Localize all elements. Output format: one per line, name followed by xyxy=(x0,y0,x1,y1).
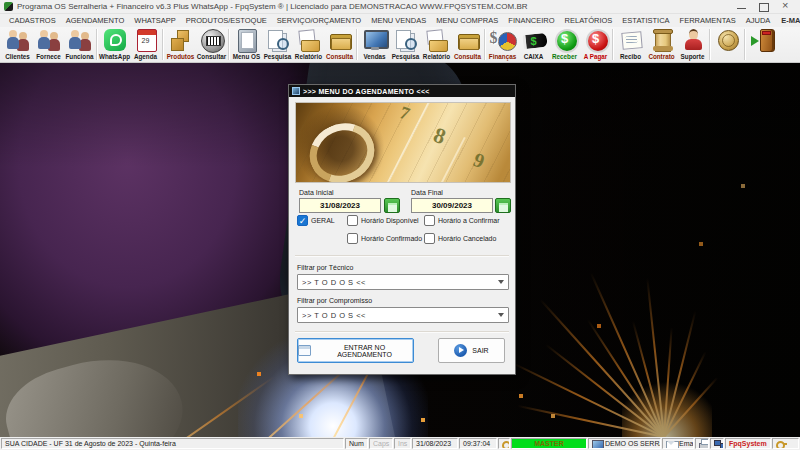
monitor-icon xyxy=(361,28,389,53)
menu-ferramentas[interactable]: FERRAMENTAS xyxy=(675,16,741,25)
toolbar-button-produtos[interactable]: Produtos xyxy=(165,27,196,62)
checkbox-geral[interactable]: GERAL xyxy=(297,215,335,226)
search-docs-icon xyxy=(392,28,420,53)
status-email[interactable]: Email xyxy=(662,438,694,449)
title-bar[interactable]: Programa OS Serralheria + Financeiro v6.… xyxy=(0,0,800,14)
toolbar-button-relatorio-os[interactable]: Relatório xyxy=(293,27,324,62)
menu-servico-orcamento[interactable]: SERVIÇO/ORÇAMENTO xyxy=(272,16,366,25)
checkbox-horario-cancelado[interactable]: Horário Cancelado xyxy=(424,233,496,244)
window-glyph-icon xyxy=(298,345,311,356)
divider xyxy=(295,255,509,257)
data-inicial-label: Data Inicial xyxy=(299,189,334,196)
data-inicial-input[interactable] xyxy=(299,198,381,213)
support-person-icon xyxy=(679,28,707,53)
checkbox-icon xyxy=(347,233,358,244)
menu-cadastros[interactable]: CADASTROS xyxy=(4,16,61,25)
status-printer[interactable] xyxy=(695,438,709,449)
toolbar-button-relatorio-vendas[interactable]: Relatório xyxy=(421,27,452,62)
menu-vendas[interactable]: MENU VENDAS xyxy=(366,16,431,25)
arrow-circle-icon xyxy=(454,344,467,357)
toolbar-button-whatsapp[interactable]: WhatsApp xyxy=(99,27,130,62)
sair-button[interactable]: SAIR xyxy=(438,338,505,363)
close-button[interactable] xyxy=(780,2,792,12)
data-final-input[interactable] xyxy=(411,198,493,213)
checkbox-icon xyxy=(347,215,358,226)
maximize-button[interactable] xyxy=(758,2,770,12)
checkbox-horario-a-confirmar[interactable]: Horário a Confirmar xyxy=(424,215,499,226)
agendamento-dialog: >>> MENU DO AGENDAMENTO <<< 7 8 9 Data I… xyxy=(288,84,516,375)
status-system-name: DEMO OS SERRA 6.3 xyxy=(588,438,661,449)
toolbar-button-exit[interactable] xyxy=(747,27,778,62)
toolbar-button-consulta-vendas[interactable]: Consulta xyxy=(452,27,483,62)
toolbar-button-vendas[interactable]: Vendas xyxy=(359,27,390,62)
dollar-red-icon xyxy=(582,28,610,53)
menu-compras[interactable]: MENU COMPRAS xyxy=(431,16,503,25)
toolbar-button-pesquisa-os[interactable]: Pesquisa xyxy=(262,27,293,62)
menu-relatorios[interactable]: RELATÓRIOS xyxy=(560,16,618,25)
toolbar-button-funcionario[interactable]: Funciona xyxy=(64,27,95,62)
status-time: 09:37:04 xyxy=(459,438,497,449)
filtrar-compromisso-label: Filtrar por Compromisso xyxy=(297,297,372,304)
data-final-calendar-button[interactable] xyxy=(495,198,511,213)
exit-sign-icon xyxy=(762,31,771,35)
filtrar-tecnico-label: Filtrar por Técnico xyxy=(297,264,353,271)
toolbar-button-recibo[interactable]: Recibo xyxy=(615,27,646,62)
filtrar-tecnico-select[interactable]: >> T O D O S << xyxy=(297,274,509,290)
toolbar-button-consulta-os[interactable]: Consulta xyxy=(324,27,355,62)
toolbar-separator xyxy=(612,29,614,60)
menu-financeiro[interactable]: FINANCEIRO xyxy=(503,16,559,25)
dollar-green-icon xyxy=(551,28,579,53)
toolbar-separator xyxy=(162,29,164,60)
toolbar-button-caixa[interactable]: CAIXA xyxy=(518,27,549,62)
menu-agendamento[interactable]: AGENDAMENTO xyxy=(61,16,130,25)
toolbar-button-receber[interactable]: Receber xyxy=(549,27,580,62)
menu-whatsapp[interactable]: WHATSAPP xyxy=(129,16,181,25)
toolbar-button-pesquisa-vendas[interactable]: Pesquisa xyxy=(390,27,421,62)
status-user-master: MASTER xyxy=(511,438,587,449)
app-logo-icon xyxy=(4,2,13,11)
toolbar-button-menu-os[interactable]: Menu OS xyxy=(231,27,262,62)
data-inicial-calendar-button[interactable] xyxy=(384,198,400,213)
calendar-number: 8 xyxy=(430,122,449,150)
clients-icon xyxy=(4,28,32,53)
filtrar-compromisso-select[interactable]: >> T O D O S << xyxy=(297,307,509,323)
toolbar-button-consultar[interactable]: Consultar xyxy=(196,27,227,62)
barcode-icon xyxy=(198,28,226,53)
app-window: Programa OS Serralheria + Financeiro v6.… xyxy=(0,0,800,450)
toolbar-button-fornecedor[interactable]: Fornece xyxy=(33,27,64,62)
toolbar-button-financas[interactable]: Finanças xyxy=(487,27,518,62)
menu-produtos-estoque[interactable]: PRODUTOS/ESTOQUE xyxy=(181,16,272,25)
toolbar-button-agenda[interactable]: 29Agenda xyxy=(130,27,161,62)
toolbar-separator xyxy=(228,29,230,60)
suppliers-icon xyxy=(35,28,63,53)
cashbook-icon xyxy=(520,28,548,53)
coin-icon xyxy=(714,28,742,53)
dialog-title-bar[interactable]: >>> MENU DO AGENDAMENTO <<< xyxy=(289,85,515,97)
status-num-lock: Num xyxy=(345,438,368,449)
checkbox-horario-confirmado[interactable]: Horário Confirmado xyxy=(347,233,422,244)
menu-estatistica[interactable]: ESTATISTICA xyxy=(617,16,674,25)
clipboard-icon xyxy=(233,28,261,53)
toolbar-button-a-pagar[interactable]: A Pagar xyxy=(580,27,611,62)
printer-icon xyxy=(699,439,709,449)
toolbar-separator xyxy=(356,29,358,60)
entrar-agendamento-button[interactable]: ENTRAR NO AGENDAMENTO xyxy=(297,338,414,363)
status-key2-panel xyxy=(772,438,799,449)
folder-icon xyxy=(326,28,354,53)
employees-icon xyxy=(66,28,94,53)
toolbar-button-suporte[interactable]: Suporte xyxy=(677,27,708,62)
status-network[interactable] xyxy=(710,438,724,449)
report-icon xyxy=(295,28,323,53)
minimize-button[interactable] xyxy=(736,2,748,12)
monitor-icon xyxy=(592,439,603,449)
toolbar-button-coin[interactable] xyxy=(712,27,743,62)
divider xyxy=(295,331,509,333)
menu-email[interactable]: E-MAIL xyxy=(779,16,800,25)
toolbar-button-contrato[interactable]: Contrato xyxy=(646,27,677,62)
menu-ajuda[interactable]: AJUDA xyxy=(741,16,776,25)
toolbar-separator xyxy=(709,29,711,60)
toolbar-button-clientes[interactable]: Clientes xyxy=(2,27,33,62)
checkbox-horario-disponivel[interactable]: Horário Disponível xyxy=(347,215,419,226)
status-caps-lock: Caps xyxy=(369,438,393,449)
status-key-panel xyxy=(498,438,510,449)
